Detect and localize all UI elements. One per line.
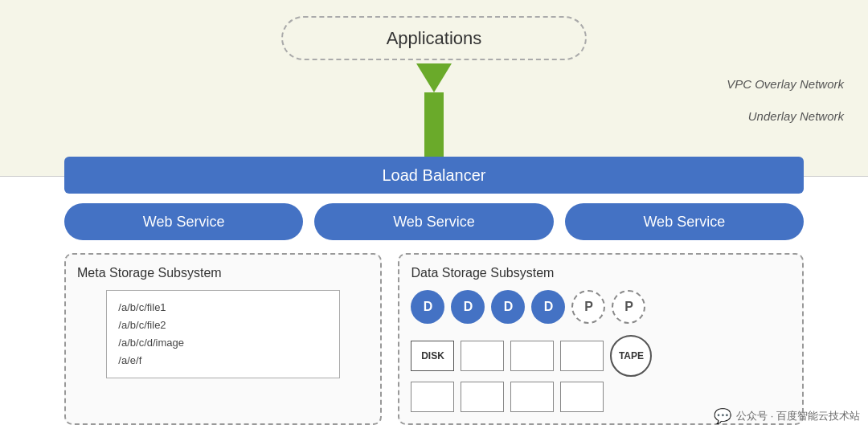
file-path-4: /a/e/f xyxy=(118,352,328,370)
data-nodes-row: D D D D P P xyxy=(411,290,791,324)
watermark: 💬 公众号 · 百度智能云技术站 xyxy=(714,407,860,425)
data-node-1: D xyxy=(411,290,444,324)
disk-box-7 xyxy=(560,382,604,412)
disk-label-box: DISK xyxy=(411,341,454,371)
data-storage-subsystem: Data Storage Subsystem D D D D P P DISK … xyxy=(398,253,804,425)
web-service-label-2: Web Service xyxy=(393,214,475,231)
load-balancer-label: Load Balancer xyxy=(383,166,486,185)
disk-box-2 xyxy=(510,341,554,371)
vpc-overlay-label: VPC Overlay Network xyxy=(727,77,844,91)
arrow-shaft xyxy=(424,92,444,157)
applications-box: Applications xyxy=(281,16,587,60)
arrow-container xyxy=(418,60,450,157)
parity-node-1: P xyxy=(571,290,605,324)
applications-label: Applications xyxy=(387,28,482,49)
web-service-label-1: Web Service xyxy=(143,214,225,231)
diagram-container: VPC Overlay Network Underlay Network App… xyxy=(0,0,868,433)
meta-file-box: /a/b/c/file1 /a/b/c/file2 /a/b/c/d/image… xyxy=(106,290,340,378)
load-balancer: Load Balancer xyxy=(64,157,804,194)
disk-box-4 xyxy=(411,382,454,412)
web-service-label-3: Web Service xyxy=(643,214,725,231)
web-service-2: Web Service xyxy=(314,203,553,240)
storage-row: Meta Storage Subsystem /a/b/c/file1 /a/b… xyxy=(64,253,804,425)
file-path-1: /a/b/c/file1 xyxy=(118,299,328,317)
disk-rows-container: DISK TAPE xyxy=(411,335,791,412)
web-service-1: Web Service xyxy=(64,203,303,240)
data-node-4: D xyxy=(531,290,565,324)
web-services-row: Web Service Web Service Web Service xyxy=(64,203,804,240)
parity-node-2: P xyxy=(612,290,645,324)
data-storage-title: Data Storage Subsystem xyxy=(411,266,791,280)
disk-box-3 xyxy=(560,341,604,371)
disk-box-5 xyxy=(461,382,504,412)
disk-row-top: DISK TAPE xyxy=(411,335,791,377)
file-path-2: /a/b/c/file2 xyxy=(118,317,328,334)
underlay-network-label: Underlay Network xyxy=(748,109,844,123)
file-path-3: /a/b/c/d/image xyxy=(118,334,328,352)
disk-box-6 xyxy=(510,382,554,412)
data-node-2: D xyxy=(451,290,485,324)
disk-box-1 xyxy=(461,341,504,371)
arrow-head xyxy=(416,63,452,92)
watermark-text: 公众号 · 百度智能云技术站 xyxy=(736,409,860,423)
data-node-3: D xyxy=(491,290,525,324)
web-service-3: Web Service xyxy=(565,203,804,240)
tape-circle: TAPE xyxy=(610,335,652,377)
meta-storage-subsystem: Meta Storage Subsystem /a/b/c/file1 /a/b… xyxy=(64,253,382,425)
meta-storage-title: Meta Storage Subsystem xyxy=(77,266,369,280)
watermark-icon: 💬 xyxy=(714,407,731,425)
